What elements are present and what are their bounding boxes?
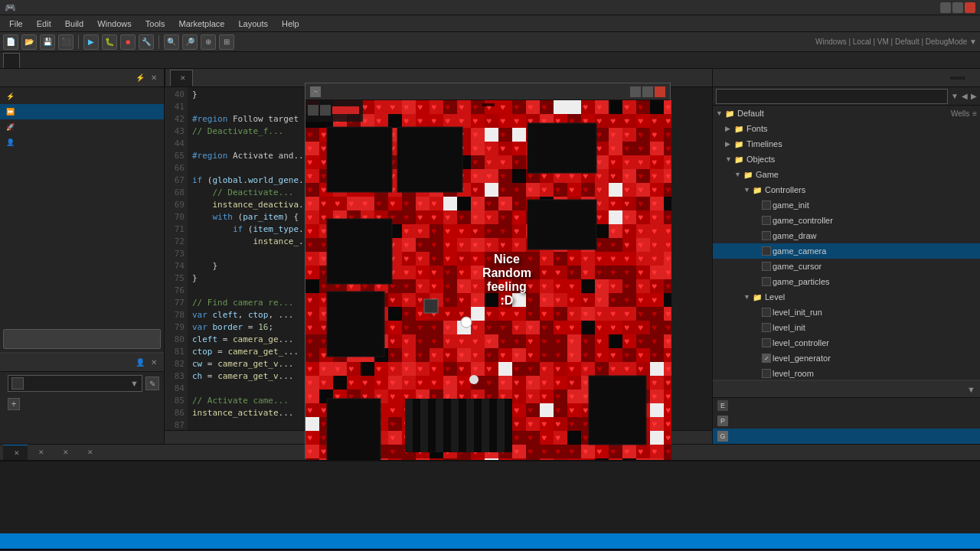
tree-item-game-cursor[interactable]: game_cursor xyxy=(713,259,980,274)
events-panel-icon-1[interactable]: ⚡ xyxy=(135,73,145,83)
search-right-arrow[interactable]: ▶ xyxy=(971,92,977,100)
checkbox[interactable] xyxy=(762,323,771,332)
workspace-tab[interactable] xyxy=(3,53,20,68)
checkbox[interactable] xyxy=(762,338,771,347)
tree-item-game-particles[interactable]: game_particles xyxy=(713,274,980,289)
tree-item-level-generator[interactable]: ✓ level_generator xyxy=(713,350,980,366)
tree-item-game-controller[interactable]: game_controller xyxy=(713,213,980,228)
menu-help[interactable]: Help xyxy=(276,18,305,30)
new-button[interactable]: 📄 xyxy=(3,34,18,50)
tree-item-fonts[interactable]: ▶ 📁 Fonts xyxy=(713,121,980,136)
save-all-button[interactable]: ⬛ xyxy=(58,34,74,50)
checkbox[interactable] xyxy=(762,369,771,378)
clean-button[interactable]: 🔧 xyxy=(139,34,154,50)
tab-wells[interactable] xyxy=(950,77,966,80)
add-children-button[interactable]: + xyxy=(8,398,20,410)
event-step[interactable]: ⏩ xyxy=(0,104,164,119)
menu-windows[interactable]: Windows xyxy=(91,18,138,30)
checkbox[interactable]: ✓ xyxy=(762,354,771,363)
zoom-out-button[interactable]: 🔎 xyxy=(182,34,198,50)
checkbox[interactable] xyxy=(762,246,771,256)
run-button[interactable]: ▶ xyxy=(83,34,99,50)
menu-build[interactable]: Build xyxy=(59,18,90,30)
children-row: + xyxy=(0,395,164,413)
editor-tab-close[interactable]: ✕ xyxy=(180,74,186,82)
menu-tools[interactable]: Tools xyxy=(139,18,172,30)
resources-search: ▼ ◀ ▶ xyxy=(713,87,980,106)
event-create[interactable]: ⚡ xyxy=(0,89,164,104)
checkbox[interactable] xyxy=(762,201,771,210)
stop-button[interactable]: ■ xyxy=(120,34,136,50)
views-button[interactable]: Wells xyxy=(951,109,969,118)
search-input[interactable] xyxy=(716,89,948,104)
recent-windows-header[interactable]: ▼ xyxy=(713,381,980,398)
bottom-tab-output-close[interactable]: ✕ xyxy=(14,449,20,457)
minimize-button[interactable] xyxy=(940,2,951,13)
menu-file[interactable]: File xyxy=(3,18,29,30)
game-minimize-button[interactable] xyxy=(630,86,641,97)
app-icon: 🎮 xyxy=(5,2,16,13)
events-panel-close[interactable]: ✕ xyxy=(149,73,159,83)
recent-item-parent[interactable]: P xyxy=(713,413,980,429)
left-panels: ⚡ ✕ ⚡ ⏩ 🚀 👤 xyxy=(0,69,165,444)
add-workspace-button[interactable] xyxy=(21,54,35,67)
tree-item-default[interactable]: ▼ 📁 Default Wells ≡ xyxy=(713,106,980,121)
checkbox[interactable] xyxy=(762,231,771,240)
game-close-button[interactable] xyxy=(655,86,665,97)
zoom-in-button[interactable]: 🔍 xyxy=(164,34,179,50)
bottom-tab-breakpoints-close[interactable]: ✕ xyxy=(87,448,93,456)
bottom-tab-breakpoints[interactable]: ✕ xyxy=(77,445,101,460)
tree-item-level[interactable]: ▼ 📁 Level xyxy=(713,289,980,305)
save-button[interactable]: 💾 xyxy=(40,34,55,50)
tree-item-game-camera[interactable]: game_camera xyxy=(713,243,980,259)
views-menu-icon[interactable]: ≡ xyxy=(972,109,977,118)
checkbox[interactable] xyxy=(762,308,771,317)
menu-edit[interactable]: Edit xyxy=(31,18,57,30)
game-maximize-button[interactable] xyxy=(642,86,653,97)
parent-sprite xyxy=(11,377,24,390)
event-room-start[interactable]: 🚀 xyxy=(0,119,164,135)
tree-item-game-draw[interactable]: game_draw xyxy=(713,228,980,243)
recent-item-step[interactable]: G xyxy=(713,429,980,444)
checkbox[interactable] xyxy=(762,262,771,271)
bottom-tab-source-close[interactable]: ✕ xyxy=(63,448,69,456)
bottom-tab-search[interactable]: ✕ xyxy=(28,445,52,460)
menu-layouts[interactable]: Layouts xyxy=(232,18,274,30)
game-window[interactable]: 🎮 NiceRandomfeeling:D xyxy=(305,83,671,459)
debug-button[interactable]: 🐛 xyxy=(102,34,117,50)
event-create-icon: ⚡ xyxy=(5,91,15,102)
menu-marketplace[interactable]: Marketplace xyxy=(172,18,230,30)
search-dropdown-icon[interactable]: ▼ xyxy=(951,92,959,100)
tree-item-game[interactable]: ▼ 📁 Game xyxy=(713,167,980,182)
tree-item-level-init-run[interactable]: level_init_run xyxy=(713,305,980,320)
bottom-tab-search-close[interactable]: ✕ xyxy=(38,448,44,456)
parent-panel-close[interactable]: ✕ xyxy=(149,357,159,368)
close-button[interactable] xyxy=(965,2,975,13)
maximize-button[interactable] xyxy=(952,2,963,13)
add-event-button[interactable] xyxy=(3,329,161,349)
recent-item-events[interactable]: E xyxy=(713,398,980,413)
bottom-tab-output[interactable]: ✕ xyxy=(3,445,28,460)
event-user[interactable]: 👤 xyxy=(0,135,164,150)
tree-item-timelines[interactable]: ▶ 📁 Timelines xyxy=(713,136,980,152)
search-left-arrow[interactable]: ◀ xyxy=(962,92,968,100)
grid-button[interactable]: ⊞ xyxy=(219,34,234,50)
parent-edit-button[interactable]: ✎ xyxy=(145,377,159,390)
tree-item-controllers[interactable]: ▼ 📁 Controllers xyxy=(713,182,980,197)
tree-item-level-init[interactable]: level_init xyxy=(713,320,980,335)
checkbox[interactable] xyxy=(762,277,771,286)
recent-windows-arrow: ▼ xyxy=(967,385,975,394)
open-button[interactable]: 📂 xyxy=(21,34,37,50)
tree-item-level-room[interactable]: level_room xyxy=(713,366,980,380)
bottom-tab-source[interactable]: ✕ xyxy=(52,445,77,460)
zoom-reset-button[interactable]: ⊕ xyxy=(201,34,216,50)
resources-tabs xyxy=(950,77,966,80)
checkbox[interactable] xyxy=(762,216,771,225)
editor-tab-step[interactable]: ✕ xyxy=(170,70,193,86)
tree-item-objects[interactable]: ▼ 📁 Objects xyxy=(713,152,980,167)
parent-panel-icon[interactable]: 👤 xyxy=(135,357,145,368)
title-bar-left: 🎮 xyxy=(5,2,21,13)
tree-item-level-controller[interactable]: level_controller xyxy=(713,335,980,350)
tree-arrow xyxy=(753,262,762,270)
tree-item-game-init[interactable]: game_init xyxy=(713,197,980,213)
